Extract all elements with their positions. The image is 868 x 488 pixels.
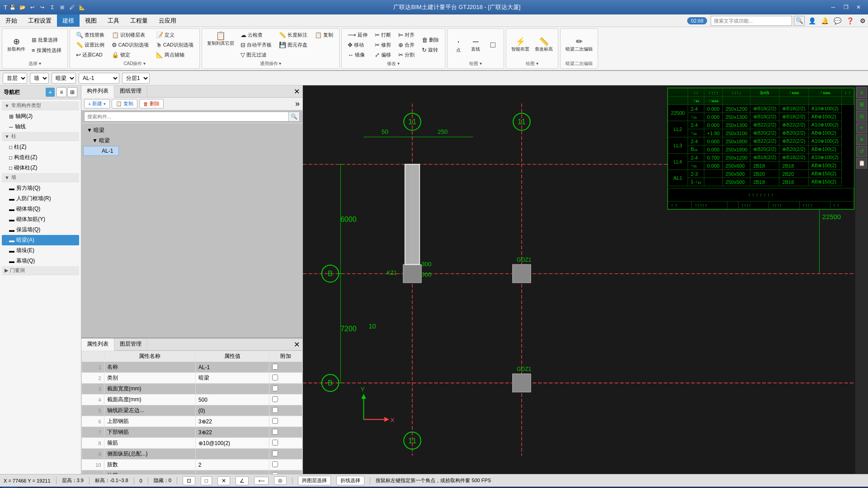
side-icon-6[interactable]: ↺ xyxy=(856,146,867,157)
nav-add-button[interactable]: + xyxy=(46,88,55,97)
btn-define[interactable]: 📝定义 xyxy=(153,30,197,40)
menu-item-start[interactable]: 开始 xyxy=(0,14,23,27)
btn-mirror[interactable]: ↔镜像 xyxy=(344,50,371,60)
maximize-button[interactable]: ❐ xyxy=(840,3,852,12)
btn-trim[interactable]: ✂修剪 xyxy=(372,40,394,50)
side-icon-4[interactable]: + xyxy=(856,122,867,133)
menu-item-view[interactable]: 视图 xyxy=(80,14,102,27)
btn-save-element[interactable]: 💾图元存盘 xyxy=(276,40,311,50)
minimize-button[interactable]: ─ xyxy=(827,3,839,12)
nav-item-axis-line[interactable]: ─ 轴线 xyxy=(2,122,79,132)
draw-mode-button[interactable]: □ xyxy=(201,476,212,485)
btn-smart-layout[interactable]: ⚡ 智能布置 xyxy=(509,36,532,54)
prop-extra-10[interactable] xyxy=(272,461,278,467)
nav-item-masonry-column[interactable]: □ 砌体柱(Z) xyxy=(2,163,79,173)
btn-break[interactable]: ✂打断 xyxy=(372,30,394,40)
btn-two-point-axis[interactable]: 📐两点辅轴 xyxy=(153,50,197,60)
beam-type-select[interactable]: 暗梁 连梁 xyxy=(52,73,76,84)
nav-item-construct-column[interactable]: □ 构造柱(Z) xyxy=(2,152,79,163)
more-button[interactable]: » xyxy=(295,99,300,108)
prop-extra-1[interactable] xyxy=(272,364,278,370)
nav-list-view[interactable]: ≡ xyxy=(57,87,66,97)
prop-extra-8[interactable] xyxy=(272,440,278,446)
nav-item-column[interactable]: □ 柱(Z) xyxy=(2,142,79,152)
draw-rect-button[interactable]: ⊡ xyxy=(183,476,195,485)
btn-batch-select[interactable]: ⊞ 批量选择 xyxy=(28,35,65,45)
copy-component-button[interactable]: 📋 复制 xyxy=(112,99,137,108)
side-icon-3[interactable]: ◎ xyxy=(856,111,867,122)
btn-check-elevation[interactable]: 📏 查改标高 xyxy=(533,36,555,54)
search-component-input[interactable] xyxy=(84,112,289,122)
tab-component-list[interactable]: 构件列表 xyxy=(81,85,114,98)
menu-item-cloud[interactable]: 云应用 xyxy=(153,14,182,27)
quick-sum[interactable]: Σ xyxy=(48,3,57,12)
layer-select[interactable]: 分层1 分层2 xyxy=(122,73,150,84)
chat-icon[interactable]: 💬 xyxy=(832,16,843,26)
new-component-button[interactable]: + 新建 ▾ xyxy=(84,99,110,108)
tab-drawing-management[interactable]: 图纸管理 xyxy=(114,85,147,97)
btn-auto-align[interactable]: ⊟自动平齐板 xyxy=(237,40,275,50)
quick-redo[interactable]: ↪ xyxy=(38,3,47,12)
btn-filter[interactable]: ▽图元过滤 xyxy=(237,50,275,60)
btn-draw-line[interactable]: ─ 直线 xyxy=(467,36,484,54)
snap-button[interactable]: +─ xyxy=(254,477,269,485)
btn-beam-secondary-edit[interactable]: ✏ 暗梁二次编辑 xyxy=(563,36,595,54)
prop-extra-11[interactable] xyxy=(272,472,278,474)
menu-item-quantity[interactable]: 工程量 xyxy=(125,14,153,27)
prop-extra-7[interactable] xyxy=(272,429,278,435)
btn-extend[interactable]: ⟶延伸 xyxy=(344,30,371,40)
user-icon[interactable]: 👤 xyxy=(807,16,817,26)
nav-item-insulation-wall[interactable]: ▬ 保温墙(Q) xyxy=(2,225,79,235)
nav-item-masonry-rebar[interactable]: ▬ 砌体加筋(Y) xyxy=(2,214,79,225)
tab-props-list[interactable]: 属性列表 xyxy=(81,338,114,351)
delete-component-button[interactable]: 🗑 删除 xyxy=(139,99,164,108)
btn-rotate[interactable]: ↻旋转 xyxy=(419,45,442,55)
quick-save[interactable]: 💾 xyxy=(8,3,17,12)
global-search-input[interactable] xyxy=(711,16,792,26)
btn-cad-identify-select[interactable]: 🖱CAD识别选项 xyxy=(153,40,197,50)
nav-item-curtain-wall[interactable]: ▬ 幕墙(Q) xyxy=(2,256,79,266)
menu-item-modeling[interactable]: 建模 xyxy=(57,14,80,27)
btn-delete[interactable]: 🗑删除 xyxy=(419,35,442,45)
help-icon[interactable]: ❓ xyxy=(844,16,855,26)
side-icon-7[interactable]: 📋 xyxy=(856,158,867,169)
menu-item-project-settings[interactable]: 工程设置 xyxy=(23,14,57,27)
tree-hidden-beam-child[interactable]: ▼ 暗梁 xyxy=(83,136,301,146)
btn-set-scale[interactable]: 📏设置比例 xyxy=(73,40,108,50)
btn-cad-options[interactable]: ⚙CAD识别选项 xyxy=(108,40,152,50)
search-component-button[interactable]: 🔍 xyxy=(289,112,300,122)
settings-icon[interactable]: ⚙ xyxy=(857,16,868,26)
btn-pick-component[interactable]: ⊕ 拾取构件 xyxy=(5,36,28,54)
btn-restore-cad[interactable]: ↩还原CAD xyxy=(73,50,108,60)
btn-identify-floors[interactable]: 📋识别楼层表 xyxy=(108,30,152,40)
element-type-select[interactable]: 墙 柱 梁 xyxy=(30,73,49,84)
btn-divide[interactable]: ✂分割 xyxy=(395,50,418,60)
btn-merge[interactable]: ⊕合并 xyxy=(395,40,418,50)
nav-item-shear-wall[interactable]: ▬ 剪力墙(Q) xyxy=(2,183,79,193)
btn-cloud-check[interactable]: ☁云检查 xyxy=(237,30,275,40)
btn-find-replace[interactable]: 🔍查找替换 xyxy=(73,30,108,40)
menu-item-tools[interactable]: 工具 xyxy=(102,14,125,27)
nav-item-axis-grid[interactable]: ⊞ 轴网(J) xyxy=(2,111,79,122)
side-icon-5[interactable]: ✕ xyxy=(856,134,867,145)
btn-draw-point[interactable]: · 点 xyxy=(450,35,467,55)
nav-item-civil-defense-wall[interactable]: ▬ 人防门框墙(R) xyxy=(2,193,79,204)
btn-copy[interactable]: 📋复制 xyxy=(311,30,336,40)
btn-align[interactable]: ⊨对齐 xyxy=(395,30,418,40)
btn-draw-rect[interactable]: □ xyxy=(485,39,501,51)
btn-offset[interactable]: ⤢偏移 xyxy=(372,50,394,60)
floor-select[interactable]: 首层 二层 xyxy=(3,73,27,84)
nav-item-wall-spur[interactable]: ▬ 墙垛(E) xyxy=(2,245,79,256)
props-panel-close[interactable]: ✕ xyxy=(291,338,302,350)
tab-layer-management[interactable]: 图层管理 xyxy=(114,338,147,350)
panel-close-button[interactable]: ✕ xyxy=(291,85,302,97)
side-icon-2[interactable]: ⊞ xyxy=(856,99,867,110)
nav-item-masonry-wall[interactable]: ▬ 砌体墙(Q) xyxy=(2,204,79,214)
btn-length-mark[interactable]: 📏长度标注 xyxy=(276,30,311,40)
quick-pen[interactable]: 🖊 xyxy=(68,3,77,12)
close-button[interactable]: ✕ xyxy=(853,3,864,12)
quick-open[interactable]: 📂 xyxy=(18,3,27,12)
quick-grid[interactable]: ⊞ xyxy=(58,3,67,12)
prop-extra-5[interactable] xyxy=(272,407,278,413)
nav-tree-view[interactable]: ⊞ xyxy=(67,87,77,97)
